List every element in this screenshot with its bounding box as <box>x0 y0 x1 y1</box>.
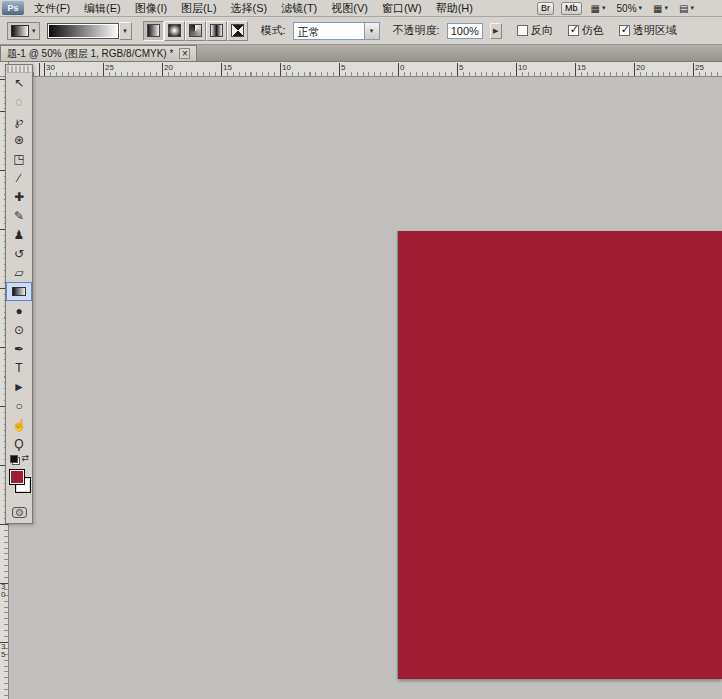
document-tab-title: 题-1 @ 50% (图层 1, RGB/8/CMYK) * <box>7 47 173 61</box>
mini-bridge-button[interactable]: Mb <box>561 2 582 15</box>
opacity-value: 100% <box>451 25 479 37</box>
ruler-number: 15 <box>577 63 586 72</box>
document-canvas[interactable] <box>398 231 722 679</box>
eyedropper-tool[interactable]: ∕ <box>6 168 32 187</box>
pen-tool[interactable]: ✒ <box>6 339 32 358</box>
lasso-tool[interactable]: ℘ <box>6 111 32 130</box>
menu-layer[interactable]: 图层(L) <box>174 0 223 17</box>
tool-preset-picker[interactable]: ▾ <box>7 22 40 40</box>
gradient-picker-button[interactable]: ▾ <box>119 22 132 40</box>
reflected-gradient-icon <box>210 24 223 37</box>
history-brush-tool[interactable]: ↺ <box>6 244 32 263</box>
hand-tool-icon: ☝ <box>12 419 27 431</box>
reverse-label: 反向 <box>531 23 553 38</box>
ruler-number: 15 <box>223 63 232 72</box>
clone-stamp-tool-icon: ♟ <box>14 229 25 241</box>
view-extras-dropdown[interactable]: ▦ ▾ <box>589 2 608 15</box>
chevron-down-icon: ▾ <box>602 4 606 12</box>
chevron-right-icon: ▶ <box>493 27 498 35</box>
tool-options-bar: ▾ ▾ 模式: 正常 ▾ 不透明度: 100% ▶ 反向 仿色 透明区域 <box>0 17 722 45</box>
default-colors-icon[interactable] <box>10 455 20 465</box>
opacity-input[interactable]: 100% <box>447 23 483 39</box>
menu-image[interactable]: 图像(I) <box>128 0 174 17</box>
type-tool[interactable]: T <box>6 358 32 377</box>
zoom-level-dropdown[interactable]: 50% ▾ <box>615 2 645 15</box>
clone-stamp-tool[interactable]: ♟ <box>6 225 32 244</box>
chevron-down-icon: ▾ <box>665 4 669 12</box>
menu-help[interactable]: 帮助(H) <box>429 0 480 17</box>
brush-tool[interactable]: ✎ <box>6 206 32 225</box>
menu-file[interactable]: 文件(F) <box>27 0 77 17</box>
elliptical-marquee-tool[interactable]: ◌ <box>6 92 32 111</box>
menu-view[interactable]: 视图(V) <box>324 0 375 17</box>
healing-brush-tool[interactable]: ✚ <box>6 187 32 206</box>
move-tool[interactable]: ↖ <box>6 73 32 92</box>
ruler-number: 25 <box>105 63 114 72</box>
close-icon[interactable]: × <box>179 48 190 59</box>
ruler-number: 20 <box>636 63 645 72</box>
blur-tool[interactable]: ● <box>6 301 32 320</box>
path-selection-tool[interactable]: ► <box>6 377 32 396</box>
blur-tool-icon: ● <box>15 305 22 317</box>
lasso-tool-icon: ℘ <box>15 115 23 127</box>
arrange-documents-dropdown[interactable]: ▦ ▾ <box>651 2 670 15</box>
opacity-label: 不透明度: <box>393 23 440 38</box>
blend-mode-select[interactable]: 正常 ▾ <box>293 22 380 40</box>
ellipse-shape-tool[interactable]: ○ <box>6 396 32 415</box>
healing-brush-tool-icon: ✚ <box>14 191 24 203</box>
document-tab-bar: 题-1 @ 50% (图层 1, RGB/8/CMYK) * × <box>0 45 722 62</box>
eraser-tool-icon: ▱ <box>14 267 23 279</box>
ruler-number: 10 <box>282 63 291 72</box>
dither-checkbox[interactable]: 仿色 <box>568 23 604 38</box>
menu-edit[interactable]: 编辑(E) <box>77 0 128 17</box>
horizontal-ruler[interactable]: 30 25 20 15 10 5 0 5 10 15 20 25 <box>9 62 722 77</box>
chevron-down-icon: ▾ <box>370 27 374 35</box>
linear-gradient-button[interactable] <box>143 21 164 41</box>
combo-drop-button[interactable]: ▾ <box>364 23 379 39</box>
reverse-checkbox[interactable]: 反向 <box>517 23 553 38</box>
eyedropper-tool-icon: ∕ <box>18 172 20 184</box>
checkbox-box <box>517 25 528 36</box>
angle-gradient-button[interactable] <box>185 21 206 41</box>
ruler-number: 10 <box>518 63 527 72</box>
ruler-number: 0 <box>400 63 404 72</box>
path-selection-tool-icon: ► <box>13 381 25 393</box>
document-tab[interactable]: 题-1 @ 50% (图层 1, RGB/8/CMYK) * × <box>0 45 197 61</box>
move-tool-icon: ↖ <box>14 77 24 89</box>
hand-tool[interactable]: ☝ <box>6 415 32 434</box>
menu-select[interactable]: 选择(S) <box>224 0 275 17</box>
radial-gradient-button[interactable] <box>164 21 185 41</box>
switch-colors-icon[interactable]: ⇄ <box>21 453 29 463</box>
gradient-tool-icon <box>12 287 26 296</box>
reflected-gradient-button[interactable] <box>206 21 227 41</box>
diamond-gradient-button[interactable] <box>227 21 248 41</box>
zoom-tool-icon: Ϙ <box>14 438 23 450</box>
crop-tool[interactable]: ◳ <box>6 149 32 168</box>
screen-mode-dropdown[interactable]: ▤ ▾ <box>677 2 696 15</box>
quick-selection-tool[interactable]: ⊛ <box>6 130 32 149</box>
transparency-checkbox[interactable]: 透明区域 <box>619 23 677 38</box>
menu-window[interactable]: 窗口(W) <box>375 0 429 17</box>
menu-bar: Ps 文件(F) 编辑(E) 图像(I) 图层(L) 选择(S) 滤镜(T) 视… <box>0 0 722 17</box>
ruler-number: 25 <box>695 63 704 72</box>
gradient-preview[interactable] <box>47 23 119 39</box>
panel-grip[interactable] <box>7 66 31 73</box>
transparency-label: 透明区域 <box>633 23 677 38</box>
dodge-tool[interactable]: ⊙ <box>6 320 32 339</box>
grid-icon: ▦ <box>591 3 600 14</box>
menu-filter[interactable]: 滤镜(T) <box>274 0 324 17</box>
arrange-documents-icon: ▦ <box>653 3 662 14</box>
quick-mask-button[interactable] <box>12 507 27 518</box>
dodge-tool-icon: ⊙ <box>14 324 24 336</box>
foreground-color-swatch[interactable] <box>9 469 25 485</box>
gradient-tool[interactable] <box>6 282 32 301</box>
zoom-tool[interactable]: Ϙ <box>6 434 32 453</box>
ruler-number: 30 <box>46 63 55 72</box>
ruler-number: 20 <box>164 63 173 72</box>
eraser-tool[interactable]: ▱ <box>6 263 32 282</box>
checkbox-box <box>619 25 630 36</box>
bridge-button[interactable]: Br <box>537 2 554 15</box>
dither-label: 仿色 <box>582 23 604 38</box>
quick-selection-tool-icon: ⊛ <box>14 134 24 146</box>
opacity-slider-button[interactable]: ▶ <box>490 23 502 39</box>
